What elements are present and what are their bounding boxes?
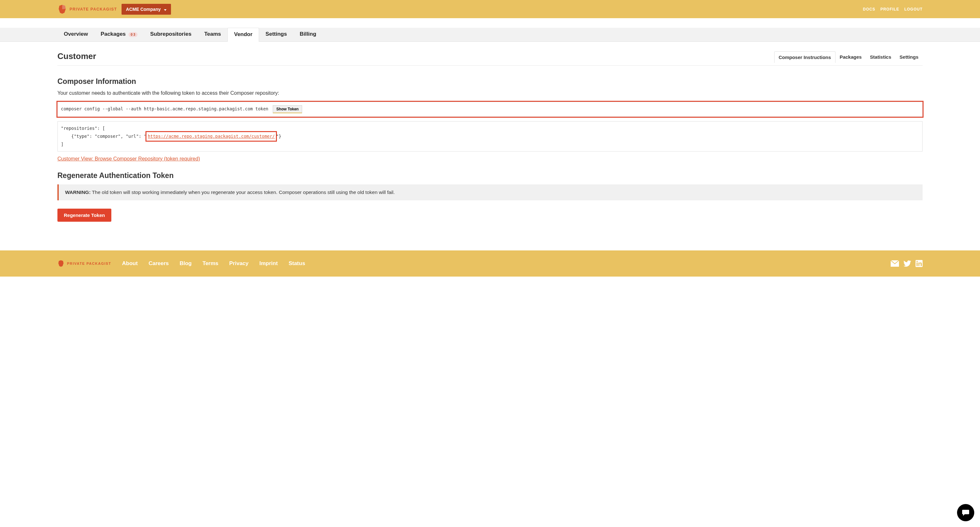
profile-link[interactable]: PROFILE: [880, 7, 899, 11]
tab-packages[interactable]: Packages 0 3: [94, 28, 144, 41]
footer-brand-text: PRIVATE PACKAGIST: [67, 261, 111, 266]
tab-teams[interactable]: Teams: [198, 28, 228, 41]
logo[interactable]: PRIVATE PACKAGIST: [57, 5, 117, 14]
page-content: Customer Composer Instructions Packages …: [0, 42, 980, 222]
company-selector-button[interactable]: ACME Company: [121, 4, 171, 15]
customer-view-link[interactable]: Customer View: Browse Composer Repositor…: [57, 156, 200, 162]
subtab-statistics[interactable]: Statistics: [866, 51, 896, 63]
footer-careers[interactable]: Careers: [149, 260, 169, 267]
header-left: PRIVATE PACKAGIST ACME Company: [57, 4, 171, 15]
show-token-button[interactable]: Show Token: [273, 105, 302, 113]
subtab-packages[interactable]: Packages: [835, 51, 866, 63]
logout-link[interactable]: LOGOUT: [904, 7, 923, 11]
footer-blog[interactable]: Blog: [180, 260, 192, 267]
auth-command-text: composer config --global --auth http-bas…: [61, 106, 268, 111]
footer-logo[interactable]: PRIVATE PACKAGIST: [57, 260, 111, 267]
footer-terms[interactable]: Terms: [202, 260, 218, 267]
docs-link[interactable]: DOCS: [863, 7, 875, 11]
repository-url-link[interactable]: https://acme.repo.staging.packagist.com/…: [146, 132, 276, 141]
composer-info-heading: Composer Information: [57, 77, 923, 86]
top-header: PRIVATE PACKAGIST ACME Company DOCS PROF…: [0, 0, 980, 18]
mail-icon[interactable]: [891, 260, 899, 267]
nav-tabs: Overview Packages 0 3 Subrepositories Te…: [57, 28, 923, 41]
packagist-logo-icon: [57, 260, 64, 267]
tab-packages-label: Packages: [101, 31, 126, 37]
svg-point-3: [916, 261, 918, 262]
footer-imprint[interactable]: Imprint: [259, 260, 278, 267]
chevron-down-icon: [164, 7, 167, 12]
footer-about[interactable]: About: [122, 260, 138, 267]
regenerate-token-button[interactable]: Regenerate Token: [57, 209, 111, 222]
subtab-composer[interactable]: Composer Instructions: [774, 51, 835, 63]
footer-social: [891, 260, 923, 267]
twitter-icon[interactable]: [904, 260, 911, 267]
page-title: Customer: [57, 51, 96, 61]
page-header: Customer Composer Instructions Packages …: [57, 51, 923, 66]
repositories-json-box: "repositories": [ {"type": "composer", "…: [57, 121, 923, 151]
repo-json-prefix: "repositories": [ {"type": "composer", "…: [61, 126, 146, 139]
regenerate-heading: Regenerate Authentication Token: [57, 171, 923, 180]
subtab-settings[interactable]: Settings: [896, 51, 923, 63]
warning-box: WARNING: The old token will stop working…: [57, 185, 923, 201]
header-right: DOCS PROFILE LOGOUT: [863, 7, 923, 11]
tab-overview[interactable]: Overview: [57, 28, 94, 41]
tab-billing[interactable]: Billing: [293, 28, 323, 41]
packagist-logo-icon: [57, 5, 67, 14]
footer-status[interactable]: Status: [289, 260, 305, 267]
linkedin-icon[interactable]: [916, 260, 923, 267]
auth-command-box: composer config --global --auth http-bas…: [57, 102, 923, 117]
packages-badge: 0 3: [129, 32, 137, 37]
svg-rect-2: [916, 263, 918, 266]
tab-subrepositories[interactable]: Subrepositories: [144, 28, 198, 41]
main-nav: Overview Packages 0 3 Subrepositories Te…: [0, 28, 980, 42]
warning-label: WARNING:: [65, 189, 91, 195]
brand-text: PRIVATE PACKAGIST: [70, 7, 117, 11]
footer: PRIVATE PACKAGIST About Careers Blog Ter…: [0, 250, 980, 277]
sub-tabs: Composer Instructions Packages Statistic…: [774, 51, 923, 63]
warning-text: The old token will stop working immediat…: [91, 189, 395, 195]
footer-privacy[interactable]: Privacy: [229, 260, 249, 267]
footer-left: PRIVATE PACKAGIST About Careers Blog Ter…: [57, 260, 305, 267]
company-name: ACME Company: [126, 7, 161, 12]
tab-vendor[interactable]: Vendor: [228, 28, 259, 42]
composer-info-desc: Your customer needs to authenticate with…: [57, 90, 923, 96]
tab-settings[interactable]: Settings: [259, 28, 293, 41]
